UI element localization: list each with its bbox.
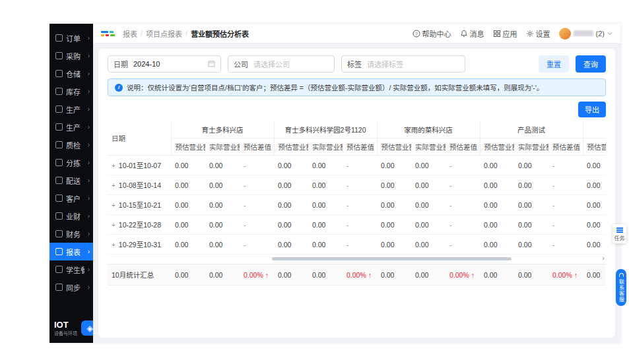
expand-icon[interactable]: + — [112, 222, 116, 229]
info-icon: i — [115, 84, 123, 92]
summary-cell: 0.00% ↑ — [446, 264, 480, 286]
messages-button[interactable]: 消息 — [460, 28, 484, 39]
expand-icon[interactable]: + — [112, 182, 116, 189]
breadcrumb-item-site-reports[interactable]: 项目点报表 — [146, 28, 182, 39]
scrollbar-thumb[interactable] — [272, 257, 511, 260]
report-table-summary: 10月统计汇总0.000.000.00% ↑0.000.000.00% ↑0.0… — [108, 264, 606, 286]
headset-icon — [619, 273, 624, 277]
row-date-cell: +10-01至10-07 — [108, 156, 171, 175]
reset-button[interactable]: 重置 — [539, 55, 569, 73]
cell: 0.00 — [171, 235, 205, 255]
summary-label: 10月统计汇总 — [108, 264, 171, 286]
cell: 0.00 — [411, 215, 446, 235]
summary-cell: 0.00 — [411, 264, 446, 286]
cell: 0.00 — [205, 195, 240, 215]
query-button[interactable]: 查询 — [576, 55, 606, 73]
column-header: 实际营业额 — [411, 138, 446, 156]
sidebar-item-production-2[interactable]: 生产› — [50, 118, 93, 136]
sidebar-menu: 订单›采购›仓储›库存›生产›生产›质检›分拣›配送›客户›业财›财务›报表›学… — [50, 24, 93, 317]
tag-filter[interactable]: 标签 请选择标签 — [341, 55, 465, 73]
cell: 0.00 — [205, 215, 240, 235]
sidebar-item-report[interactable]: 报表› — [50, 243, 93, 260]
group-header: 家雨的菜科兴店 — [377, 121, 480, 138]
cell: 0.00 — [583, 175, 606, 195]
settings-label: 设置 — [536, 28, 550, 39]
sidebar-item-inventory[interactable]: 库存› — [50, 82, 93, 100]
cell: 0.00 — [308, 156, 343, 175]
company-filter[interactable]: 公司 请选择公司 — [228, 55, 335, 73]
sidebar-item-production[interactable]: 生产› — [50, 100, 93, 118]
row-date-cell: +10-22至10-28 — [108, 215, 171, 235]
chevron-right-icon: › — [88, 284, 90, 291]
summary-row: 10月统计汇总0.000.000.00% ↑0.000.000.00% ↑0.0… — [108, 264, 606, 286]
report-table-main: 日期育士多科兴店育士多科兴科学园2号1120家雨的菜科兴店产品测试预估营业额实际… — [108, 121, 606, 255]
horizontal-scrollbar[interactable]: › — [108, 256, 606, 262]
sidebar-item-finance[interactable]: 财务› — [50, 225, 93, 243]
expand-icon[interactable]: + — [112, 162, 116, 169]
company-filter-placeholder: 请选择公司 — [253, 59, 290, 69]
cell: - — [446, 195, 480, 215]
cell: - — [240, 235, 274, 255]
sidebar-item-warehouse[interactable]: 仓储› — [50, 65, 93, 82]
cell: - — [446, 175, 480, 195]
sidebar-item-label: 学生餐 — [66, 264, 84, 275]
apps-button[interactable]: 应用 — [493, 28, 517, 39]
summary-cell: 0.00 — [583, 264, 606, 286]
cell: 0.00 — [171, 156, 205, 175]
cell: 0.00 — [274, 215, 308, 235]
sidebar-item-customer[interactable]: 客户› — [50, 189, 93, 207]
cell: - — [548, 235, 583, 255]
sync-icon — [55, 284, 63, 291]
settings-button[interactable]: 设置 — [526, 28, 550, 39]
help-label: 帮助中心 — [422, 28, 451, 39]
row-date: 10-01至10-07 — [119, 162, 161, 169]
sidebar-item-sorting[interactable]: 分拣› — [50, 154, 93, 171]
cell: - — [240, 156, 274, 175]
production-2-icon — [55, 123, 63, 131]
report-table: 日期育士多科兴店育士多科兴科学园2号1120家雨的菜科兴店产品测试预估营业额实际… — [108, 121, 606, 286]
user-menu[interactable]: (2) — [559, 28, 612, 40]
customer-service-button[interactable]: 联系客服 — [616, 269, 626, 306]
tasks-widget[interactable]: 任务 — [612, 224, 626, 243]
sidebar-item-label: 财务 — [66, 229, 81, 239]
sidebar-item-student-meal[interactable]: 学生餐› — [50, 260, 93, 278]
date-filter[interactable]: 日期 2024-10 — [108, 55, 221, 73]
sidebar-item-business-finance[interactable]: 业财› — [50, 207, 93, 225]
sidebar-logo: IOT 设备与环境 ◈ — [50, 317, 93, 343]
sidebar-item-delivery[interactable]: 配送› — [50, 171, 93, 189]
cell: 0.00 — [274, 195, 308, 215]
sidebar-item-quality[interactable]: 质检› — [50, 136, 93, 154]
customer-service-label: 联系客服 — [618, 279, 625, 303]
sidebar-item-sync[interactable]: 同步› — [50, 278, 93, 296]
topbar: 报表 / 项目点报表 / 营业额预估分析表 ? 帮助中心 消息 — [93, 24, 620, 44]
sidebar-item-label: 客户 — [66, 193, 81, 204]
tag-filter-placeholder: 请选择标签 — [367, 59, 403, 69]
expand-icon[interactable]: + — [112, 202, 116, 209]
cell: 0.00 — [411, 235, 446, 255]
chevron-right-icon: › — [88, 231, 90, 237]
breadcrumb-item-reports[interactable]: 报表 — [123, 28, 137, 39]
scroll-right-icon[interactable]: › — [602, 254, 605, 262]
cell: 0.00 — [583, 195, 606, 215]
purchase-icon — [55, 52, 63, 59]
expand-icon[interactable]: + — [112, 241, 116, 249]
calendar-icon — [208, 60, 215, 69]
cell: - — [240, 215, 274, 235]
chevron-right-icon: › — [88, 53, 90, 59]
cell: - — [343, 195, 377, 215]
export-button[interactable]: 导出 — [578, 102, 606, 117]
cell: 0.00 — [308, 195, 343, 215]
sidebar-item-purchase[interactable]: 采购› — [50, 47, 93, 65]
chevron-right-icon: › — [88, 177, 90, 184]
table-row: +10-22至10-280.000.00-0.000.00-0.000.00-0… — [108, 215, 606, 235]
cell: 0.00 — [377, 195, 411, 215]
column-header: 预估营业额 — [583, 138, 606, 156]
column-header-date: 日期 — [108, 121, 171, 156]
sidebar: 订单›采购›仓储›库存›生产›生产›质检›分拣›配送›客户›业财›财务›报表›学… — [50, 24, 93, 343]
chevron-right-icon: › — [88, 266, 90, 273]
chevron-right-icon: › — [88, 106, 90, 113]
help-center-button[interactable]: ? 帮助中心 — [413, 28, 451, 39]
sidebar-item-orders[interactable]: 订单› — [50, 29, 93, 47]
chevron-right-icon: › — [88, 35, 90, 42]
cell: 0.00 — [274, 235, 308, 255]
